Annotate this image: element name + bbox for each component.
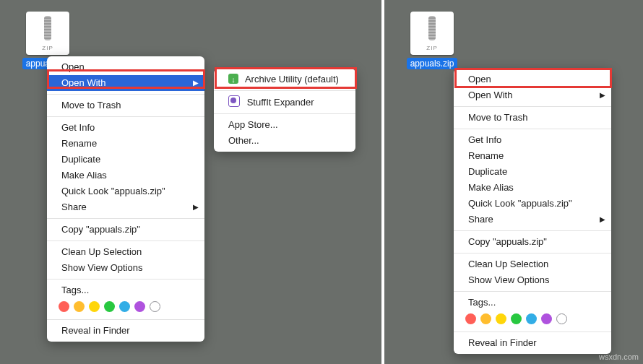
menu-share[interactable]: Share ▶	[47, 199, 204, 215]
menu-open[interactable]: Open	[454, 72, 611, 87]
tag-color-dot[interactable]	[465, 313, 476, 324]
menu-duplicate[interactable]: Duplicate	[454, 164, 611, 180]
menu-separator	[454, 332, 611, 332]
tag-color-dot[interactable]	[150, 301, 160, 312]
menu-separator	[454, 291, 611, 292]
menu-separator	[454, 253, 611, 254]
menu-separator	[454, 106, 611, 107]
menu-separator	[454, 129, 611, 129]
menu-make-alias[interactable]: Make Alias	[47, 168, 204, 183]
menu-get-info[interactable]: Get Info	[454, 132, 611, 148]
tag-color-dot[interactable]	[104, 301, 115, 312]
submenu-stuffit-expander[interactable]: StuffIt Expander	[214, 94, 355, 110]
menu-separator	[47, 94, 204, 95]
submenu-arrow-icon: ▶	[600, 89, 605, 102]
menu-separator	[214, 90, 355, 91]
open-with-submenu: Archive Utility (default) StuffIt Expand…	[214, 69, 355, 152]
file-caption-right: appuals.zip	[407, 58, 458, 69]
menu-reveal-in-finder[interactable]: Reveal in Finder	[454, 335, 611, 351]
tag-color-dot[interactable]	[511, 313, 522, 324]
menu-duplicate[interactable]: Duplicate	[47, 152, 204, 168]
tag-color-dot[interactable]	[74, 301, 85, 312]
tag-color-dot[interactable]	[526, 313, 537, 324]
pane-divider	[381, 0, 384, 364]
file-extension-label: ZIP	[26, 45, 69, 51]
submenu-arrow-icon: ▶	[600, 213, 605, 226]
submenu-arrow-icon: ▶	[193, 201, 199, 214]
tag-color-dot[interactable]	[59, 301, 69, 312]
tag-color-row	[47, 298, 204, 316]
menu-separator	[454, 230, 611, 231]
submenu-app-store[interactable]: App Store...	[214, 117, 355, 133]
menu-get-info[interactable]: Get Info	[47, 120, 204, 136]
menu-tags[interactable]: Tags...	[47, 282, 204, 298]
tag-color-dot[interactable]	[541, 313, 552, 324]
file-zip-right[interactable]: ZIP appuals.zip	[403, 12, 461, 69]
menu-move-to-trash[interactable]: Move to Trash	[454, 110, 611, 126]
context-menu-right: Open Open With ▶ Move to Trash Get Info …	[454, 69, 611, 354]
menu-clean-up[interactable]: Clean Up Selection	[454, 256, 611, 272]
menu-open[interactable]: Open	[47, 59, 204, 75]
menu-separator	[214, 113, 355, 114]
stuffit-expander-icon	[228, 95, 240, 107]
tag-color-dot[interactable]	[119, 301, 130, 312]
menu-tags[interactable]: Tags...	[454, 295, 611, 311]
menu-copy[interactable]: Copy "appuals.zip"	[454, 234, 611, 250]
menu-open-with[interactable]: Open With ▶	[454, 87, 611, 103]
menu-copy[interactable]: Copy "appuals.zip"	[47, 222, 204, 238]
menu-move-to-trash[interactable]: Move to Trash	[47, 98, 204, 113]
tag-color-dot[interactable]	[89, 301, 100, 312]
file-extension-label: ZIP	[410, 45, 454, 51]
tag-color-dot[interactable]	[556, 313, 567, 324]
tag-color-dot[interactable]	[496, 313, 506, 324]
tag-color-row	[454, 311, 611, 329]
menu-show-view-options[interactable]: Show View Options	[454, 272, 611, 288]
context-menu-left: Open Open With ▶ Move to Trash Get Info …	[47, 56, 204, 342]
menu-rename[interactable]: Rename	[454, 148, 611, 164]
tag-color-dot[interactable]	[134, 301, 145, 312]
menu-make-alias[interactable]: Make Alias	[454, 180, 611, 196]
menu-separator	[47, 240, 204, 241]
watermark: wsxdn.com	[599, 352, 639, 361]
menu-quick-look[interactable]: Quick Look "appuals.zip"	[47, 183, 204, 199]
menu-quick-look[interactable]: Quick Look "appuals.zip"	[454, 196, 611, 212]
menu-rename[interactable]: Rename	[47, 136, 204, 152]
tag-color-dot[interactable]	[480, 313, 491, 324]
zip-file-icon: ZIP	[26, 12, 69, 55]
menu-separator	[47, 319, 204, 320]
menu-separator	[47, 218, 204, 219]
submenu-archive-utility[interactable]: Archive Utility (default)	[214, 72, 355, 87]
submenu-other[interactable]: Other...	[214, 133, 355, 149]
menu-separator	[47, 279, 204, 280]
menu-show-view-options[interactable]: Show View Options	[47, 260, 204, 276]
menu-separator	[47, 116, 204, 117]
submenu-arrow-icon: ▶	[193, 77, 199, 90]
menu-reveal-in-finder[interactable]: Reveal in Finder	[47, 323, 204, 339]
archive-utility-icon	[228, 74, 238, 84]
menu-open-with[interactable]: Open With ▶	[47, 75, 204, 91]
menu-clean-up[interactable]: Clean Up Selection	[47, 244, 204, 260]
menu-share[interactable]: Share ▶	[454, 212, 611, 228]
zip-file-icon: ZIP	[410, 12, 454, 55]
